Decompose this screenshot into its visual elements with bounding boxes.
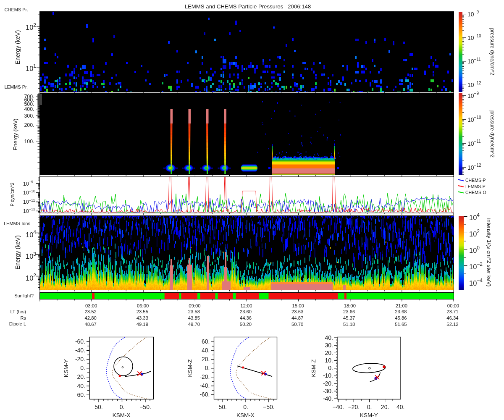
svg-text:40.: 40. [396,404,404,410]
svg-text:10−10: 10−10 [467,115,481,123]
svg-text:60.: 60. [202,338,210,345]
svg-text:23.60: 23.60 [240,309,252,314]
svg-text:23.55: 23.55 [136,309,148,314]
svg-text:LEMMS Pr.: LEMMS Pr. [5,84,28,89]
svg-text:50.20: 50.20 [240,322,252,327]
svg-text:102: 102 [26,273,36,281]
svg-text:-60.: -60. [200,391,210,398]
svg-text:15:00: 15:00 [292,303,304,308]
svg-text:48.67: 48.67 [84,322,96,327]
svg-text:49.70: 49.70 [188,322,200,327]
svg-text:CHEMS-P: CHEMS-P [465,178,486,183]
svg-text:−50.: −50. [263,404,275,410]
svg-text:104: 104 [26,229,36,238]
svg-text:-40.: -40. [200,382,210,389]
svg-text:10−11: 10−11 [467,139,481,147]
svg-text:09:00: 09:00 [189,303,200,308]
svg-text:20.: 20. [381,404,389,410]
svg-text:10−4: 10−4 [469,278,483,286]
svg-text:10−11: 10−11 [467,57,481,65]
svg-text:LT (hrs): LT (hrs) [10,309,26,314]
svg-text:Sunlight?: Sunlight? [14,293,34,298]
svg-text:-20.: -20. [75,356,85,362]
svg-text:50.70: 50.70 [291,322,303,327]
svg-text:LEMMS and CHEMS Particle Press: LEMMS and CHEMS Particle Pressures 2006:… [185,3,311,10]
svg-text:KSM-Z: KSM-Z [310,360,317,377]
svg-text:−20.: −20. [348,404,360,410]
svg-text:P dyn/cm^2: P dyn/cm^2 [10,183,15,207]
svg-text:-40.: -40. [75,347,85,354]
svg-text:pressure dyne/cm^2: pressure dyne/cm^2 [489,110,495,158]
svg-text:23.68: 23.68 [395,309,407,314]
svg-text:10−2: 10−2 [469,261,483,270]
svg-text:102: 102 [26,22,36,31]
svg-text:10−12: 10−12 [467,81,481,88]
svg-text:46.34: 46.34 [446,315,458,320]
svg-text:KSM-X: KSM-X [236,412,255,418]
svg-text:10−11: 10−11 [23,198,35,205]
svg-text:−40.: −40. [332,404,344,410]
svg-text:Energy (keV): Energy (keV) [14,30,21,65]
svg-text:LEMMS-P: LEMMS-P [465,184,486,189]
svg-text:102: 102 [469,228,480,237]
svg-text:06:00: 06:00 [137,303,149,308]
svg-text:12:00: 12:00 [240,303,252,308]
svg-text:10−9: 10−9 [467,10,479,17]
svg-text:0.: 0. [328,365,333,371]
svg-text:KSM-Z: KSM-Z [187,360,193,377]
svg-text:LEMMS Ions: LEMMS Ions [4,221,30,226]
svg-text:52.12: 52.12 [446,322,458,327]
svg-text:42.80: 42.80 [84,315,96,320]
svg-text:300.: 300. [24,113,34,119]
svg-text:-40.: -40. [323,395,333,402]
svg-text:00:00: 00:00 [447,303,459,308]
svg-text:CHEMS-O: CHEMS-O [465,190,486,195]
svg-text:20.: 20. [77,373,85,380]
svg-text:0.: 0. [205,365,210,371]
svg-text:10.: 10. [325,357,333,364]
svg-text:-10.: -10. [323,372,333,379]
svg-text:10−9: 10−9 [23,180,33,187]
svg-text:30.: 30. [325,342,333,349]
svg-text:40.: 40. [77,383,85,389]
svg-text:-30.: -30. [323,388,333,394]
svg-text:40.: 40. [202,347,210,354]
svg-text:43.85: 43.85 [188,315,200,320]
svg-text:44.87: 44.87 [291,315,303,320]
svg-text:45.37: 45.37 [343,315,355,320]
svg-text:100.: 100. [24,139,34,144]
svg-text:50.: 50. [94,404,102,410]
svg-text:20.: 20. [202,356,210,362]
svg-text:KSM-X: KSM-X [113,412,131,418]
svg-text:50.: 50. [218,404,226,410]
svg-text:103: 103 [26,251,36,260]
svg-text:intensity 1/(s cm^2 ster keV): intensity 1/(s cm^2 ster keV) [486,218,492,287]
svg-text:20.: 20. [325,349,333,356]
svg-text:-20.: -20. [323,380,333,387]
svg-text:10−10: 10−10 [23,189,35,196]
svg-text:51.65: 51.65 [395,322,407,327]
svg-text:Rs: Rs [21,315,26,320]
svg-text:100: 100 [469,245,480,254]
svg-text:10−12: 10−12 [23,207,35,214]
svg-text:KSM-Y: KSM-Y [63,359,69,377]
svg-text:10−12: 10−12 [467,163,481,171]
svg-text:Energy (keV): Energy (keV) [12,118,18,150]
svg-text:40.: 40. [325,334,333,341]
svg-text:10−9: 10−9 [467,91,479,99]
svg-text:400.: 400. [24,106,34,112]
svg-text:KSM-Y: KSM-Y [360,412,378,418]
svg-text:23.58: 23.58 [188,309,200,314]
svg-text:0.: 0. [120,404,125,410]
svg-text:-20.: -20. [200,373,210,380]
svg-text:23.63: 23.63 [291,309,303,314]
svg-text:−50.: −50. [139,404,151,410]
svg-text:CHEMS Pr.: CHEMS Pr. [5,7,28,12]
svg-text:200.: 200. [24,122,34,128]
svg-text:18:00: 18:00 [344,303,356,308]
svg-text:03:00: 03:00 [85,303,97,308]
svg-text:23.71: 23.71 [446,309,458,314]
svg-text:0.: 0. [80,365,85,371]
svg-text:Dipole L: Dipole L [9,321,26,326]
svg-text:pressure dyne/cm^2: pressure dyne/cm^2 [489,28,495,75]
